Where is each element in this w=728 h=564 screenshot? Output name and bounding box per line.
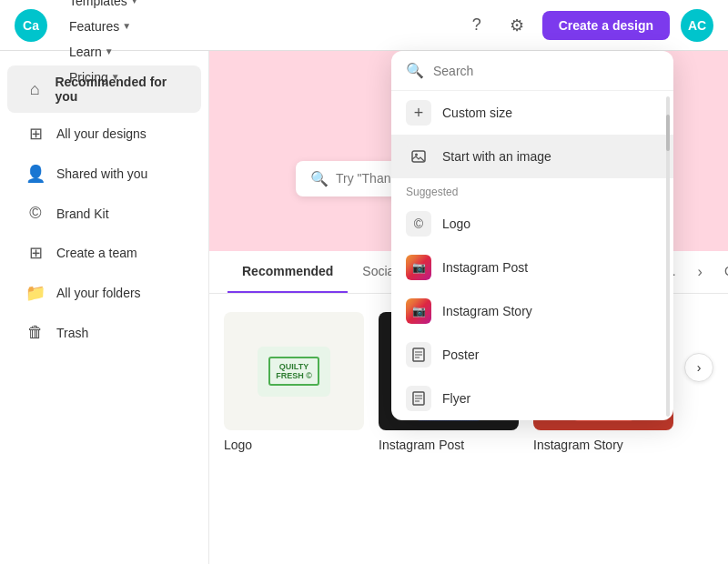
dropdown-flyer[interactable]: Flyer [391,377,673,420]
logo-card-preview: QUILTYFRESH © [258,347,330,397]
logo-label: Logo [224,438,364,452]
features-arrow: ▼ [122,21,131,31]
trash-icon: 🗑 [25,323,46,342]
tab-custom-size[interactable]: Custom Size [710,251,728,293]
sidebar-item-create-team[interactable]: ⊞ Create a team [7,234,201,272]
gallery-next-button[interactable]: › [684,353,713,382]
flyer-icon [406,386,431,411]
nav-learn[interactable]: Learn ▼ [62,39,147,65]
learn-arrow: ▼ [105,46,114,56]
pricing-arrow: ▼ [111,72,120,82]
dropdown-start-with-image[interactable]: Start with an image [391,135,673,178]
header-right: ? ⚙ Create a design AC [462,9,713,42]
scrollbar-track [666,96,670,417]
poster-icon [406,342,431,368]
logo-icon: © [406,211,431,237]
canva-logo[interactable]: Ca [15,9,47,42]
main-nav: Home Templates ▼ Features ▼ Learn ▼ Pric… [62,0,150,90]
brand-icon: © [25,204,46,223]
dropdown-search-bar[interactable]: 🔍 [391,51,673,91]
sidebar-item-folders[interactable]: 📁 All your folders [7,274,201,312]
sidebar: ⌂ Recommended for you ⊞ All your designs… [0,51,209,564]
gallery-nav: › [684,312,713,382]
instagram-story-label: Instagram Story [533,438,673,452]
logo-thumb: QUILTYFRESH © [224,312,364,430]
dropdown-instagram-story[interactable]: 📷 Instagram Story [391,289,673,333]
dropdown-poster[interactable]: Poster [391,333,673,377]
scrollbar-thumb[interactable] [666,115,670,151]
grid-icon: ⊞ [25,124,46,144]
instagram-story-icon: 📷 [406,298,431,324]
dropdown-custom-size[interactable]: + Custom size [391,91,673,135]
team-icon: ⊞ [25,243,46,263]
nav-features[interactable]: Features ▼ [62,14,147,39]
sidebar-item-shared[interactable]: 👤 Shared with you [7,155,201,193]
suggested-label: Suggested [391,178,673,202]
templates-arrow: ▼ [130,0,139,5]
sidebar-item-trash[interactable]: 🗑 Trash [7,314,201,351]
sidebar-item-all-designs[interactable]: ⊞ All your designs [7,115,201,153]
instagram-post-label: Instagram Post [379,438,519,452]
gallery-item-logo[interactable]: QUILTYFRESH © Logo [224,312,364,452]
svg-point-1 [415,154,418,156]
dropdown-search-input[interactable] [433,64,659,78]
nav-templates[interactable]: Templates ▼ [62,0,147,14]
nav-pricing[interactable]: Pricing ▼ [62,65,147,90]
home-icon: ⌂ [25,80,44,99]
instagram-post-icon: 📷 [406,255,431,280]
search-dropdown: 🔍 + Custom size Start with an image Sugg… [391,51,673,420]
plus-icon: + [406,100,431,126]
dropdown-instagram-post[interactable]: 📷 Instagram Post [391,246,673,289]
folder-icon: 📁 [25,283,46,303]
tab-recommended[interactable]: Recommended [228,251,348,293]
tabs-next-arrow[interactable]: › [691,251,710,293]
search-icon: 🔍 [310,170,329,187]
logo-text: Ca [23,18,39,33]
dropdown-logo[interactable]: © Logo [391,202,673,246]
help-button[interactable]: ? [462,11,491,40]
avatar[interactable]: AC [681,9,713,42]
person-icon: 👤 [25,164,46,184]
header: Ca Home Templates ▼ Features ▼ Learn ▼ P… [0,0,728,51]
image-icon [406,144,431,169]
create-design-button[interactable]: Create a design [542,11,670,40]
sidebar-item-brand-kit[interactable]: © Brand Kit [7,195,201,232]
dropdown-search-icon: 🔍 [406,62,424,79]
settings-button[interactable]: ⚙ [502,11,531,40]
